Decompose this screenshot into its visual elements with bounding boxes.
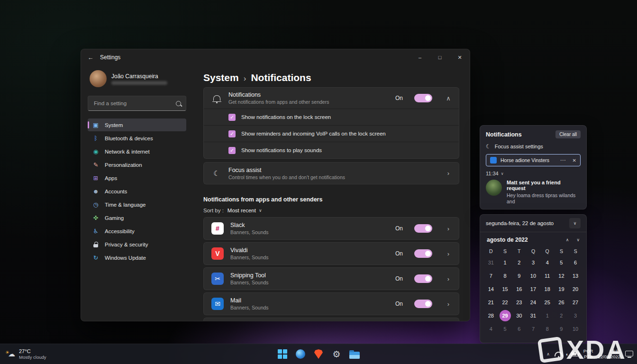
calendar-day[interactable]: 13	[568, 269, 582, 282]
sidebar-item-accounts[interactable]: ☻ Accounts	[88, 185, 186, 198]
calendar-day[interactable]: 6	[512, 322, 526, 336]
sidebar-item-network-internet[interactable]: ◉ Network & internet	[88, 145, 186, 158]
checkbox-checked[interactable]: ✓	[228, 130, 236, 137]
app-notification-row-vivaldi[interactable]: V Vivaldi Banners, Sounds On ›	[203, 242, 459, 265]
calendar-day[interactable]: 8	[540, 322, 555, 336]
sidebar-item-privacy-security[interactable]: Privacy & security	[88, 238, 186, 251]
calendar-day[interactable]: 16	[512, 282, 526, 296]
notification-timestamp[interactable]: 11:34 ∨	[486, 171, 581, 176]
calendar-day[interactable]: 20	[568, 282, 582, 296]
calendar-day[interactable]: 24	[526, 296, 540, 309]
calendar-month-label[interactable]: agosto de 2022	[487, 237, 528, 243]
calendar-day[interactable]: 3	[568, 309, 582, 322]
search-box[interactable]	[88, 96, 186, 111]
calendar-day[interactable]: 12	[555, 269, 569, 282]
calendar-day[interactable]: 25	[540, 296, 555, 309]
dismiss-icon[interactable]: ✕	[573, 158, 576, 163]
calendar-day[interactable]: 18	[540, 282, 555, 296]
calendar-day[interactable]: 23	[512, 296, 526, 309]
notifications-card-header[interactable]: Notifications Get notifications from app…	[204, 88, 459, 109]
app-notification-row-snipping-tool[interactable]: ✂ Snipping Tool Banners, Sounds On ›	[203, 267, 459, 290]
app-toggle[interactable]	[414, 300, 432, 308]
calendar-day[interactable]: 11	[540, 269, 555, 282]
calendar-next-button[interactable]: ∨	[576, 237, 580, 242]
notifications-toggle[interactable]	[414, 94, 432, 102]
app-notification-row-slack[interactable]: # Slack Banners, Sounds On ›	[203, 217, 459, 240]
breadcrumb-system[interactable]: System	[203, 72, 239, 83]
calendar-day[interactable]: 14	[484, 282, 498, 296]
calendar-day[interactable]: 31	[484, 256, 498, 269]
calendar-day[interactable]: 2	[512, 256, 526, 269]
calendar-day[interactable]: 4	[484, 322, 498, 336]
notification-option-row[interactable]: ✓ Show notifications on the lock screen	[204, 109, 459, 125]
maximize-button[interactable]: □	[430, 49, 450, 65]
sidebar-item-accessibility[interactable]: ♿ Accessibility	[88, 225, 186, 237]
sidebar-item-personalization[interactable]: ✎ Personalization	[88, 158, 186, 171]
notification-option-row[interactable]: ✓ Show reminders and incoming VoIP calls…	[204, 125, 459, 142]
app-notification-row-microsoft-store[interactable]: Microsoft Store Banners, Sounds On ›	[203, 318, 459, 321]
start-button[interactable]	[277, 348, 288, 360]
calendar-day[interactable]: 9	[512, 269, 526, 282]
calendar-day[interactable]: 8	[498, 269, 512, 282]
calendar-day[interactable]: 6	[568, 256, 582, 269]
calendar-day[interactable]: 10	[568, 322, 582, 336]
close-button[interactable]: ✕	[450, 49, 470, 65]
calendar-day[interactable]: 28	[484, 309, 498, 322]
sidebar-item-time-language[interactable]: ◷ Time & language	[88, 198, 186, 211]
calendar-day[interactable]: 9	[555, 322, 569, 336]
calendar-day[interactable]: 17	[526, 282, 540, 296]
calendar-day[interactable]: 30	[512, 309, 526, 322]
sidebar-item-bluetooth-devices[interactable]: ᛒ Bluetooth & devices	[88, 132, 186, 145]
sidebar-item-system[interactable]: ▣ System	[88, 118, 186, 131]
calendar-prev-button[interactable]: ∧	[566, 237, 569, 242]
tray-display-icon[interactable]	[625, 351, 633, 356]
sidebar-item-apps[interactable]: ⊞ Apps	[88, 172, 186, 184]
sidebar-item-gaming[interactable]: ✜ Gaming	[88, 211, 186, 224]
language-switcher[interactable]: POR PTB	[583, 348, 593, 360]
notification-group-header[interactable]: Horse adione Vinsters ⋯ ✕	[486, 154, 581, 166]
settings-button[interactable]: ⚙	[331, 348, 342, 360]
calendar-collapse-button[interactable]: ∨	[569, 218, 581, 228]
checkbox-checked[interactable]: ✓	[228, 147, 236, 154]
tray-overflow-button[interactable]: ∧	[546, 352, 550, 356]
back-icon[interactable]: ←	[81, 54, 100, 61]
search-input[interactable]	[93, 100, 172, 107]
calendar-day[interactable]: 22	[498, 296, 512, 309]
calendar-day[interactable]: 1	[540, 309, 555, 322]
weather-widget[interactable]: ☀ ☁ 27°C Mostly cloudy	[5, 348, 46, 360]
clear-all-button[interactable]: Clear all	[555, 130, 581, 138]
calendar-day[interactable]: 26	[555, 296, 569, 309]
notification-option-row[interactable]: ✓ Show notifications to play sounds	[204, 142, 459, 158]
app-toggle[interactable]	[414, 274, 432, 283]
app-toggle[interactable]	[414, 224, 432, 233]
calendar-day[interactable]: 7	[484, 269, 498, 282]
calendar-day-selected[interactable]: 29	[498, 309, 512, 322]
brave-button[interactable]	[313, 348, 324, 360]
notification-item[interactable]: Matt sent you a friend request Hey loama…	[486, 180, 581, 205]
calendar-day[interactable]: 7	[526, 322, 540, 336]
minimize-button[interactable]: –	[410, 49, 430, 65]
focus-assist-settings-link[interactable]: ☾ Focus assist settings	[486, 143, 581, 150]
tray-status-cluster[interactable]: ◖	[555, 352, 579, 357]
calendar-day[interactable]: 4	[540, 256, 555, 269]
user-account[interactable]: João Carrasqueira	[88, 68, 186, 89]
edge-button[interactable]	[295, 348, 306, 360]
calendar-day[interactable]: 1	[498, 256, 512, 269]
clock[interactable]: 13:11 22/08/2022	[598, 348, 620, 360]
calendar-day[interactable]: 27	[568, 296, 582, 309]
sort-dropdown[interactable]: Most recent ∨	[228, 208, 262, 213]
more-options-icon[interactable]: ⋯	[560, 157, 566, 164]
focus-assist-card[interactable]: ☾ Focus assist Control times when you do…	[203, 162, 459, 184]
sidebar-item-windows-update[interactable]: ↻ Windows Update	[88, 251, 186, 264]
calendar-day[interactable]: 3	[526, 256, 540, 269]
calendar-day[interactable]: 21	[484, 296, 498, 309]
calendar-day[interactable]: 19	[555, 282, 569, 296]
calendar-day[interactable]: 10	[526, 269, 540, 282]
checkbox-checked[interactable]: ✓	[228, 114, 236, 121]
calendar-day[interactable]: 31	[526, 309, 540, 322]
calendar-day[interactable]: 5	[498, 322, 512, 336]
calendar-day[interactable]: 5	[555, 256, 569, 269]
app-toggle[interactable]	[414, 249, 432, 258]
calendar-day[interactable]: 2	[555, 309, 569, 322]
calendar-day[interactable]: 15	[498, 282, 512, 296]
